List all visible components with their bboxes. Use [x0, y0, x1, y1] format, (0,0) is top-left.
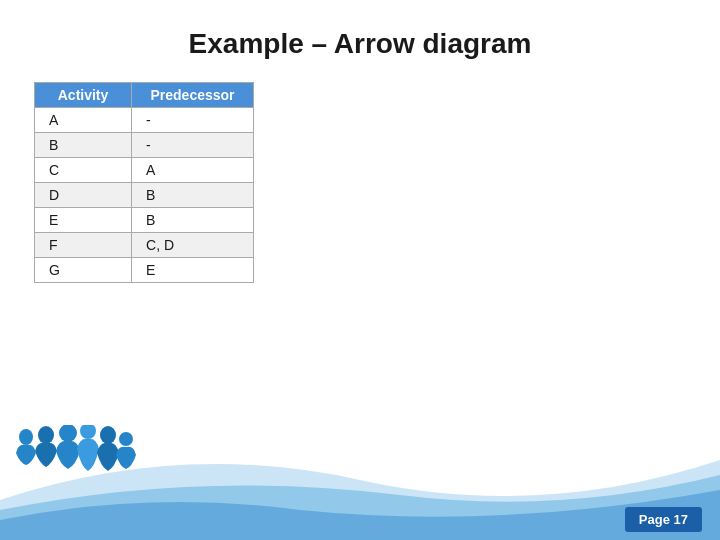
cell-activity: C — [35, 158, 132, 183]
cell-activity: E — [35, 208, 132, 233]
table-container: Activity Predecessor A-B-CADBEBFC, DGE — [34, 82, 720, 283]
table-header-row: Activity Predecessor — [35, 83, 254, 108]
svg-point-3 — [80, 425, 96, 439]
table-row: A- — [35, 108, 254, 133]
cell-predecessor: C, D — [132, 233, 254, 258]
table-row: CA — [35, 158, 254, 183]
activity-table: Activity Predecessor A-B-CADBEBFC, DGE — [34, 82, 254, 283]
svg-point-1 — [38, 426, 54, 444]
bottom-decoration — [0, 420, 720, 540]
cell-predecessor: - — [132, 133, 254, 158]
svg-point-5 — [119, 432, 133, 446]
slide-title: Example – Arrow diagram — [0, 0, 720, 82]
cell-predecessor: A — [132, 158, 254, 183]
table-row: EB — [35, 208, 254, 233]
cell-activity: F — [35, 233, 132, 258]
people-silhouette — [8, 425, 138, 505]
table-row: B- — [35, 133, 254, 158]
cell-predecessor: E — [132, 258, 254, 283]
table-row: FC, D — [35, 233, 254, 258]
cell-predecessor: B — [132, 183, 254, 208]
cell-activity: A — [35, 108, 132, 133]
cell-activity: G — [35, 258, 132, 283]
cell-activity: D — [35, 183, 132, 208]
table-row: GE — [35, 258, 254, 283]
page-number: Page 17 — [625, 507, 702, 532]
col-header-predecessor: Predecessor — [132, 83, 254, 108]
slide: Example – Arrow diagram Activity Predece… — [0, 0, 720, 540]
cell-activity: B — [35, 133, 132, 158]
table-row: DB — [35, 183, 254, 208]
col-header-activity: Activity — [35, 83, 132, 108]
svg-point-4 — [100, 426, 116, 444]
svg-point-0 — [19, 429, 33, 445]
cell-predecessor: - — [132, 108, 254, 133]
cell-predecessor: B — [132, 208, 254, 233]
svg-point-2 — [59, 425, 77, 442]
